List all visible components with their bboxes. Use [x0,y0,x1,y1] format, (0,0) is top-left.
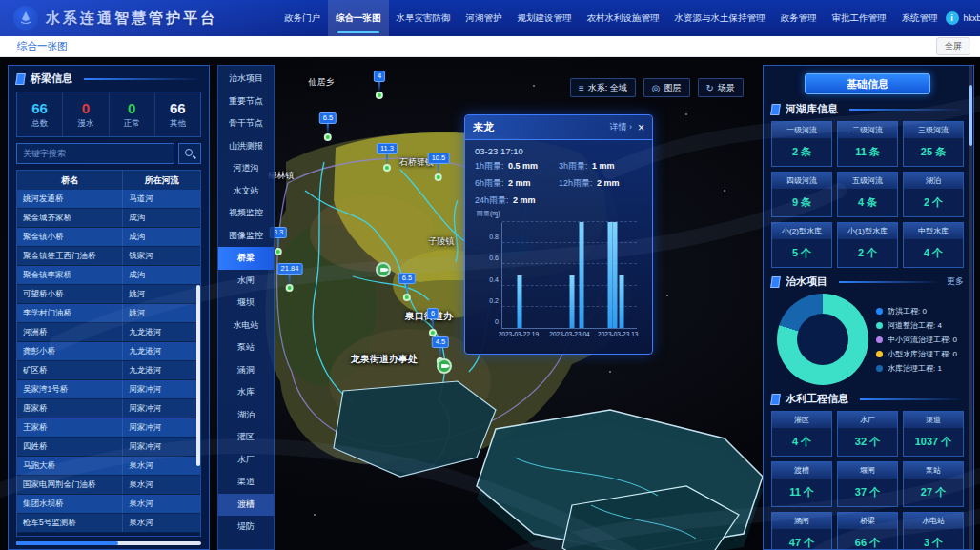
layer-item-9[interactable]: 桥梁 [218,247,274,270]
table-row[interactable]: 枪军5号监测桥泉水河 [17,514,200,533]
table-row[interactable]: 矿区桥九龙港河 [17,361,200,380]
table-row[interactable]: 吴家湾1号桥周家冲河 [17,380,200,399]
nav-item-6[interactable]: 农村水利设施管理 [580,0,667,36]
nav-item-9[interactable]: 审批工作管理 [825,0,894,36]
cell-river-name: 成沟 [123,266,200,284]
layer-item-18[interactable]: 水厂 [218,449,274,472]
search-button[interactable] [178,143,201,164]
table-row[interactable]: 国家电网荆金门油桥泉水河 [17,476,200,495]
table-row[interactable]: 李学村门油桥姚河 [17,304,200,323]
info-card: 堰闸37 个 [837,461,898,507]
map-marker[interactable]: 11.3 [377,143,398,172]
nav-item-7[interactable]: 水资源与水土保持管理 [667,0,773,36]
layer-item-20[interactable]: 渡槽 [218,494,274,517]
nav-item-10[interactable]: 系统管理 [894,0,946,36]
rain-bar [570,275,575,329]
popup-detail-link[interactable]: 详情 › [609,121,632,133]
layer-item-5[interactable]: 河道沟 [218,157,274,180]
layer-item-12[interactable]: 水电站 [218,315,274,337]
camera-marker-icon[interactable] [376,262,391,277]
card-label: 水电站 [904,513,963,529]
table-row[interactable]: 姚河发通桥马道河 [17,190,200,209]
nav-item-8[interactable]: 政务管理 [773,0,825,36]
card-label: 渡槽 [772,462,831,479]
table-row[interactable]: 集团水坝桥泉水河 [17,495,200,514]
fullscreen-button[interactable]: 全屏 [936,37,970,55]
layer-item-21[interactable]: 堤防 [218,516,274,539]
layers-icon: ◎ [652,83,661,93]
breadcrumb[interactable]: 综合一张图 [17,40,68,53]
layer-item-13[interactable]: 泵站 [218,336,274,359]
table-row[interactable]: 王家桥周家冲河 [17,418,200,438]
panel-scrollbar[interactable] [969,85,972,146]
layer-item-3[interactable]: 骨干节点 [218,112,274,135]
layer-item-11[interactable]: 堰坝 [218,292,274,315]
y-tick-label: 0.8 [489,234,499,240]
projects-section: 治水项目 更多 防洪工程: 0河道整治工程: 4中小河流治理工程: 0小型水库治… [771,275,964,385]
table-row[interactable]: 聚金镇小桥成沟 [17,228,200,247]
map-marker[interactable]: 6.5 [398,273,416,301]
nav-item-2[interactable]: 综合一张图 [328,0,389,36]
layer-item-19[interactable]: 渠道 [218,471,274,494]
layer-item-10[interactable]: 水闸 [218,270,274,293]
user-menu[interactable]: i hkxb42080201 ▼ [946,11,980,25]
layer-item-7[interactable]: 视频监控 [218,202,274,225]
map-marker[interactable]: 21.84 [277,263,303,292]
cell-bridge-name: 可望桥小桥 [17,285,123,303]
close-icon[interactable]: × [638,122,644,133]
nav-item-5[interactable]: 规划建设管理 [510,0,580,36]
layer-item-17[interactable]: 灌区 [218,426,274,449]
legend-label: 河道整治工程: 4 [888,320,942,331]
table-row[interactable]: 聚金城齐家桥成沟 [17,209,200,228]
cell-bridge-name: 马跑大桥 [17,457,123,475]
legend-item: 水库治理工程: 1 [876,363,957,374]
cell-bridge-name: 姚河发通桥 [17,190,123,208]
table-row[interactable]: 四姓桥周家冲河 [17,438,200,457]
layer-item-15[interactable]: 水库 [218,381,274,404]
facilities-section: 水利工程信息 灌区4 个水厂32 个渠道1037 个渡槽11 个堰闸37 个泵站… [771,392,964,550]
table-row[interactable]: 唐家桥周家冲河 [17,399,200,418]
table-scrollbar[interactable] [196,285,200,466]
table-row[interactable]: 河洲桥九龙港河 [17,323,200,342]
popup-header: 来龙 详情 › × [465,115,652,140]
rain-stat: 1h雨量: 0.5 mm [475,160,559,173]
layer-item-2[interactable]: 重要节点 [218,91,274,113]
table-row[interactable]: 可望桥小桥姚河 [17,285,200,304]
map-marker[interactable]: 6.5 [319,112,337,141]
table-row[interactable]: 马跑大桥泉水河 [17,457,200,476]
map-marker[interactable]: 6 [427,308,439,336]
bridge-search-input[interactable] [16,143,174,164]
projects-more-link[interactable]: 更多 [947,275,964,288]
basic-info-button[interactable]: 基础信息 [805,73,930,94]
scene-button[interactable]: ↻场景 [698,78,744,97]
station-popup: 来龙 详情 › × 03-23 17:10 1h雨量: 0.5 mm3h雨量: … [464,114,653,355]
nav-item-3[interactable]: 水旱灾害防御 [389,0,459,36]
layer-item-4[interactable]: 山洪测报 [218,135,274,158]
legend-dot-icon [876,322,883,329]
table-row[interactable]: 龚彭小桥九龙港河 [17,342,200,361]
map-marker[interactable]: 10.5 [428,153,450,181]
nav-item-1[interactable]: 政务门户 [276,0,328,36]
layers-button[interactable]: ◎图层 [643,78,690,97]
layer-item-8[interactable]: 图像监控 [218,225,274,248]
marker-value-tag: 21.84 [277,263,303,275]
cell-bridge-name: 聚金镇李家桥 [17,266,123,284]
layer-item-16[interactable]: 湖泊 [218,404,274,427]
camera-marker-icon[interactable] [437,358,452,374]
layer-item-1[interactable]: 治水项目 [218,68,274,91]
card-label: 水厂 [838,412,897,428]
card-value: 2 条 [772,138,831,166]
facilities-cards: 灌区4 个水厂32 个渠道1037 个渡槽11 个堰闸37 个泵站27 个涵闸4… [771,411,964,550]
table-row[interactable]: 聚金镇签王西门油桥钱家河 [17,247,200,266]
info-card: 涵闸47 个 [771,512,832,550]
water-system-filter[interactable]: ≡水系: 全域 [570,78,636,97]
table-hscrollbar[interactable] [16,541,201,545]
legend-label: 水库治理工程: 1 [888,363,942,374]
nav-item-4[interactable]: 河湖管护 [459,0,510,36]
table-row[interactable]: 聚金镇李家桥成沟 [17,266,200,285]
card-value: 27 个 [904,479,963,506]
map-marker[interactable]: 4 [374,71,385,99]
layer-item-14[interactable]: 涵洞 [218,359,274,382]
bridge-stat-其他: 66其他 [155,92,200,136]
layer-item-6[interactable]: 水文站 [218,180,274,203]
